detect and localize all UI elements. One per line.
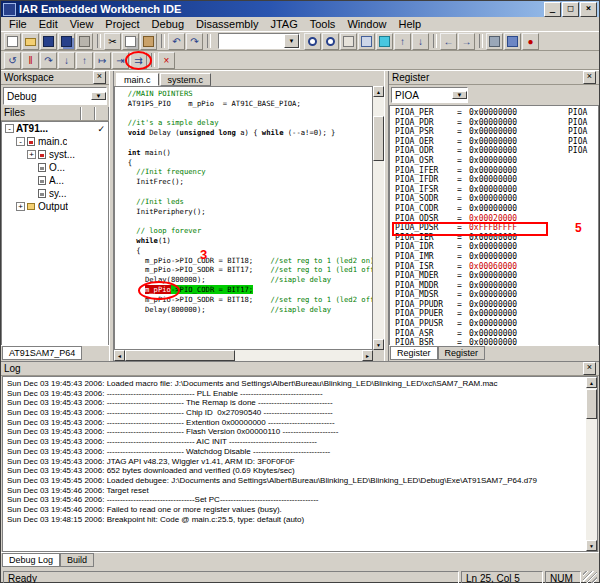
- menu-edit[interactable]: Edit: [33, 18, 64, 30]
- reset-button[interactable]: ↺: [4, 52, 21, 69]
- register-value: 0x00000000: [469, 300, 517, 309]
- tree-item-a[interactable]: A...: [2, 174, 108, 187]
- register-close-button[interactable]: ×: [583, 71, 596, 84]
- editor-tabs: main.csystem.c: [114, 71, 384, 86]
- break-button[interactable]: ‖: [22, 52, 39, 69]
- toggle-bookmark-button[interactable]: [376, 33, 393, 50]
- tree-item-syst[interactable]: +syst...: [2, 148, 108, 161]
- paste-button[interactable]: [140, 33, 157, 50]
- expander-minus-icon[interactable]: -: [16, 137, 25, 146]
- step-over-button[interactable]: ↷: [40, 52, 57, 69]
- menu-jtag[interactable]: JTAG: [264, 18, 303, 30]
- file-c-icon: [27, 137, 35, 146]
- tree-item-main-c[interactable]: -main.c: [2, 135, 108, 148]
- close-button[interactable]: ×: [580, 2, 597, 17]
- new-document-button[interactable]: [4, 33, 21, 50]
- combo-dropdown-icon[interactable]: ▼: [452, 91, 467, 99]
- combo-dropdown-icon[interactable]: ▼: [91, 92, 106, 100]
- scroll-down-icon[interactable]: ▼: [373, 339, 384, 350]
- toolbar-separator: [207, 34, 211, 48]
- scroll-right-icon[interactable]: ►: [362, 350, 373, 361]
- code-area[interactable]: //MAIN POINTERS AT91PS_PIO m_pPio = AT91…: [114, 86, 373, 350]
- undo-button[interactable]: ↶: [168, 33, 185, 50]
- save-button[interactable]: [40, 33, 57, 50]
- go-button[interactable]: ⇉: [130, 52, 147, 69]
- menu-window[interactable]: Window: [341, 18, 392, 30]
- tree-item-at91[interactable]: -AT91...✓: [2, 122, 108, 135]
- scroll-left-icon[interactable]: ◄: [114, 350, 125, 361]
- scrollbar-thumb[interactable]: [125, 350, 235, 361]
- combo-dropdown-icon[interactable]: ▼: [284, 34, 299, 48]
- log-close-button[interactable]: ×: [583, 362, 596, 375]
- next-bookmark-button[interactable]: ↓: [412, 33, 429, 50]
- previous-bookmark-button[interactable]: ↑: [394, 33, 411, 50]
- cut-button[interactable]: ✂: [104, 33, 121, 50]
- resize-grip[interactable]: [583, 571, 597, 583]
- menu-view[interactable]: View: [64, 18, 100, 30]
- log-vscrollbar[interactable]: ▲ ▼: [586, 377, 597, 551]
- editor-vscrollbar[interactable]: ▲ ▼: [373, 86, 384, 350]
- expander-plus-icon[interactable]: +: [27, 150, 36, 159]
- menu-tools[interactable]: Tools: [304, 18, 342, 30]
- toggle-breakpoint-button[interactable]: ●: [522, 33, 539, 50]
- step-into-button[interactable]: ↓: [58, 52, 75, 69]
- menu-project[interactable]: Project: [99, 18, 145, 30]
- scroll-up-icon[interactable]: ▲: [586, 377, 597, 388]
- find-button[interactable]: [304, 33, 321, 50]
- tree-item-output[interactable]: +Output: [2, 200, 108, 213]
- workspace-close-button[interactable]: ×: [93, 71, 106, 84]
- compile-button[interactable]: [486, 33, 503, 50]
- scrollbar-thumb[interactable]: [373, 116, 384, 161]
- stop-debugging-button[interactable]: ×: [158, 52, 175, 69]
- build-config-combo[interactable]: Debug ▼: [3, 87, 107, 105]
- expander-minus-icon[interactable]: -: [5, 124, 14, 133]
- go-to-button[interactable]: [358, 33, 375, 50]
- code-text: //siaple delay: [270, 305, 331, 314]
- register-group-combo[interactable]: PIOA ▼: [391, 87, 468, 103]
- make-button[interactable]: [504, 33, 521, 50]
- run-to-cursor-button[interactable]: ⇥: [112, 52, 129, 69]
- tab-register[interactable]: Register: [438, 346, 486, 360]
- dock-area: Workspace × Debug ▼ Files -AT91...✓-main…: [1, 70, 599, 361]
- menu-disassembly[interactable]: Disassembly: [190, 18, 264, 30]
- tab-build[interactable]: Build: [60, 553, 94, 567]
- replace-button[interactable]: [340, 33, 357, 50]
- tab-register[interactable]: Register: [390, 346, 438, 360]
- register-value: 0x00000000: [469, 175, 517, 184]
- tree-item-sy[interactable]: sy...: [2, 187, 108, 200]
- register-equals: =: [457, 271, 469, 281]
- menu-file[interactable]: File: [3, 18, 33, 30]
- next-statement-button[interactable]: ↦: [94, 52, 111, 69]
- open-file-button[interactable]: [22, 33, 39, 50]
- tab-debug-log[interactable]: Debug Log: [2, 553, 60, 567]
- tree-item-o[interactable]: O...: [2, 161, 108, 174]
- editor-hscrollbar[interactable]: ◄ ►: [114, 350, 373, 361]
- cut-icon: ✂: [107, 36, 118, 47]
- scroll-down-icon[interactable]: ▼: [586, 540, 597, 551]
- register-equals: =: [457, 290, 469, 300]
- step-out-button[interactable]: ↑: [76, 52, 93, 69]
- print-button[interactable]: [76, 33, 93, 50]
- navigate-forward-button[interactable]: →: [458, 33, 475, 50]
- menu-debug[interactable]: Debug: [146, 18, 190, 30]
- find-next-button[interactable]: [322, 33, 339, 50]
- register-name: PIOA_CODR: [395, 204, 457, 214]
- files-header: Files: [1, 107, 109, 121]
- scrollbar-thumb[interactable]: [586, 389, 597, 419]
- tab-main-c[interactable]: main.c: [116, 73, 159, 86]
- tab-at91sam7-p64[interactable]: AT91SAM7_P64: [2, 346, 82, 360]
- copy-button[interactable]: [122, 33, 139, 50]
- maximize-button[interactable]: □: [562, 2, 579, 17]
- expander-plus-icon[interactable]: +: [16, 202, 25, 211]
- code-text: //Init leds: [119, 197, 184, 206]
- navigate-backward-button[interactable]: ←: [440, 33, 457, 50]
- minimize-button[interactable]: _: [544, 2, 561, 17]
- tab-system-c[interactable]: system.c: [160, 73, 212, 86]
- make-icon: [507, 36, 518, 47]
- scroll-up-icon[interactable]: ▲: [373, 86, 384, 97]
- quick-search-combo[interactable]: ▼: [218, 33, 300, 49]
- redo-button[interactable]: ↷: [186, 33, 203, 50]
- menu-help[interactable]: Help: [393, 18, 428, 30]
- tree-label: sy...: [49, 188, 67, 199]
- save-all-button[interactable]: [58, 33, 75, 50]
